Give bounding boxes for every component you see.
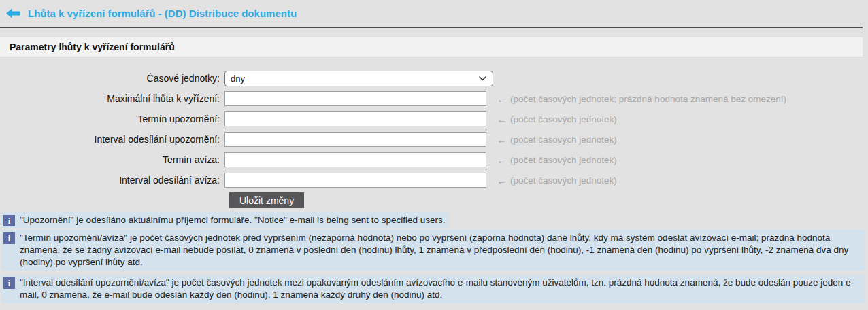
left-arrow-icon: ← [497,175,507,186]
note-text: "Termín upozornění/avíza" je počet časov… [20,232,861,269]
notice-interval-input[interactable] [224,132,486,147]
page-title: Lhůta k vyřízení formulářů - (DD) Distri… [28,7,297,19]
field-label: Termín upozornění: [0,114,224,124]
info-icon: i [3,277,15,289]
form-row-aviso-interval: Interval odesílání avíza: ←(počet časový… [0,170,868,190]
arrow-left-icon [6,8,20,18]
info-icon: i [3,215,15,226]
deadline-form: Časové jednotky: dny Maximální lhůta k v… [0,68,868,209]
aviso-term-input[interactable] [224,152,486,167]
hint-text: (počet časových jednotek) [510,155,617,165]
left-arrow-icon: ← [497,134,507,145]
left-arrow-icon: ← [497,93,507,105]
field-label: Interval odesílání avíza: [0,175,224,186]
select-value: dny [231,73,245,84]
form-row-max-deadline: Maximální lhůta k vyřízení: ←(počet časo… [0,88,868,109]
field-hint: ←(počet časových jednotek) [497,134,617,145]
note-text: "Interval odesílání upozornění/avíza" je… [20,277,861,301]
save-button[interactable]: Uložit změny [229,192,304,208]
field-label: Maximální lhůta k vyřízení: [0,93,224,104]
info-note-interval: i "Interval odesílání upozornění/avíza" … [1,275,865,303]
aviso-interval-input[interactable] [224,173,486,188]
hint-text: (počet časových jednotek; prázdná hodnot… [510,94,786,104]
time-units-select[interactable]: dny [224,71,493,86]
left-arrow-icon: ← [497,154,507,166]
info-note-notice: i "Upozornění" je odesíláno aktuálnímu p… [1,212,449,228]
page-header: Lhůta k vyřízení formulářů - (DD) Distri… [0,0,863,28]
form-row-aviso-term: Termín avíza: ←(počet časových jednotek) [0,150,868,170]
section-title: Parametry lhůty k vyřízení formulářů [0,37,863,58]
field-hint: ←(počet časových jednotek) [497,114,617,125]
note-text: "Upozornění" je odesíláno aktuálnímu pří… [20,214,445,226]
hint-text: (počet časových jednotek) [510,175,617,186]
field-hint: ←(počet časových jednotek) [497,175,617,186]
button-row: Uložit změny [0,192,868,209]
info-notes: i "Upozornění" je odesíláno aktuálnímu p… [0,212,868,303]
info-icon: i [3,232,15,244]
form-row-notice-term: Termín upozornění: ←(počet časových jedn… [0,109,868,129]
field-hint: ←(počet časových jednotek; prázdná hodno… [497,93,786,105]
left-arrow-icon: ← [497,114,507,125]
hint-text: (počet časových jednotek) [510,135,617,145]
form-row-time-units: Časové jednotky: dny [0,68,868,88]
chevron-down-icon [479,76,486,81]
field-label: Termín avíza: [0,154,224,165]
field-label: Interval odesílání upozornění: [0,134,224,145]
field-hint: ←(počet časových jednotek) [497,154,617,166]
back-button[interactable] [6,8,20,18]
max-deadline-input[interactable] [224,91,486,106]
info-note-term: i "Termín upozornění/avíza" je počet čas… [1,230,865,271]
form-row-notice-interval: Interval odesílání upozornění: ←(počet č… [0,129,868,150]
field-label: Časové jednotky: [0,73,224,84]
notice-term-input[interactable] [224,111,486,126]
hint-text: (počet časových jednotek) [510,114,617,124]
